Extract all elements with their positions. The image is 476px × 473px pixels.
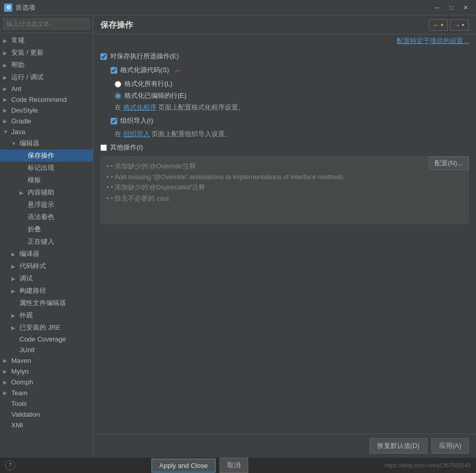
search-input[interactable] bbox=[3, 18, 90, 30]
sidebar-item-label: Team bbox=[11, 389, 28, 397]
sidebar-item-syntax-color[interactable]: 语法着色 bbox=[0, 211, 93, 223]
url-bar: https://blog.csdn.net/a1367505542 bbox=[384, 462, 471, 468]
sidebar-search-container bbox=[0, 15, 93, 33]
tree-arrow-icon: ▶ bbox=[3, 86, 11, 92]
sidebar-item-typing[interactable]: 正在键入 bbox=[0, 235, 93, 248]
sidebar-item-code-recommend[interactable]: ▶Code Recommend bbox=[0, 94, 93, 105]
format-link[interactable]: 格式化程序 bbox=[123, 103, 157, 111]
apply-button[interactable]: 应用(A) bbox=[431, 438, 469, 454]
other-actions-checkbox[interactable] bbox=[100, 144, 107, 151]
sidebar-item-gradle[interactable]: ▶Gradle bbox=[0, 116, 93, 126]
tree-arrow-icon: ▶ bbox=[3, 379, 11, 385]
all-actions-checkbox[interactable] bbox=[100, 53, 107, 60]
sidebar-item-install-update[interactable]: ▶安装 / 更新 bbox=[0, 47, 93, 59]
title-bar: ⚙ 首选项 ─ □ ✕ bbox=[0, 0, 476, 15]
sidebar-item-label: 编辑器 bbox=[19, 139, 39, 148]
sidebar-item-installed-jre[interactable]: ▶已安装的 JRE bbox=[0, 321, 93, 334]
sidebar-item-devstyle[interactable]: ▶DevStyle bbox=[0, 105, 93, 116]
sidebar-item-label: 调试 bbox=[19, 274, 33, 283]
back-arrow-icon: ← bbox=[432, 21, 440, 29]
maximize-button[interactable]: □ bbox=[445, 3, 458, 13]
configure-button[interactable]: 配置(N)... bbox=[429, 157, 468, 170]
sidebar-item-tools[interactable]: Tools bbox=[0, 398, 93, 409]
sidebar-item-team[interactable]: ▶Team bbox=[0, 388, 93, 398]
sidebar-item-label: 折叠 bbox=[28, 225, 41, 234]
organize-desc-text2: 页面上配置组织导入设置。 bbox=[152, 130, 231, 138]
sidebar-item-label: Oomph bbox=[11, 378, 33, 386]
sidebar-item-save-actions[interactable]: 保存操作 bbox=[0, 149, 93, 162]
tree-arrow-icon: ▼ bbox=[11, 141, 19, 146]
sidebar-item-label: Maven bbox=[11, 357, 31, 364]
sidebar-item-label: Tools bbox=[11, 400, 27, 407]
organize-link[interactable]: 组织导入 bbox=[123, 130, 150, 138]
sidebar-item-label: Validation bbox=[11, 411, 40, 418]
sidebar-item-appearance[interactable]: ▶外观 bbox=[0, 309, 93, 321]
sidebar-item-mark-occurrences[interactable]: 标记出现 bbox=[0, 162, 93, 174]
sidebar-item-help[interactable]: ▶帮助 bbox=[0, 59, 93, 71]
tree-arrow-icon: ▶ bbox=[3, 118, 11, 124]
sidebar-item-hover[interactable]: 悬浮提示 bbox=[0, 199, 93, 211]
sidebar-item-label: 正在键入 bbox=[28, 237, 54, 246]
action-item: • Add missing '@Override' annotations to… bbox=[106, 172, 463, 182]
sidebar-item-code-style[interactable]: ▶代码样式 bbox=[0, 260, 93, 272]
content-header: 保存操作 ← ▼ → ▼ bbox=[93, 15, 476, 34]
sidebar: ▶常规▶安装 / 更新▶帮助▶运行 / 调试▶Ant▶Code Recommen… bbox=[0, 15, 93, 458]
close-button[interactable]: ✕ bbox=[460, 3, 472, 13]
sidebar-item-content-assist[interactable]: ▶内容辅助 bbox=[0, 186, 93, 199]
project-config-row: 配置特定于项目的设置... bbox=[93, 34, 476, 48]
content-body: 对保存执行所选操作(E) 格式化源代码(S) ← 格式化所有行(L) 格式化已编… bbox=[93, 48, 476, 434]
forward-button[interactable]: → ▼ bbox=[450, 19, 469, 31]
tree-arrow-icon: ▶ bbox=[3, 107, 11, 113]
sidebar-item-compiler[interactable]: ▶编译器 bbox=[0, 248, 93, 260]
sidebar-item-properties-editor[interactable]: 属性文件编辑器 bbox=[0, 297, 93, 309]
sidebar-item-ant[interactable]: ▶Ant bbox=[0, 83, 93, 94]
sidebar-item-label: 标记出现 bbox=[28, 163, 54, 173]
sidebar-item-label: Mylyn bbox=[11, 368, 29, 375]
sidebar-item-label: 运行 / 调试 bbox=[11, 73, 44, 82]
action-item: • 添加缺少的'@Deprecated'注释 bbox=[106, 182, 463, 193]
sidebar-item-templates[interactable]: 模板 bbox=[0, 174, 93, 186]
sidebar-item-validation[interactable]: Validation bbox=[0, 409, 93, 420]
format-desc-text2: 页面上配置格式化程序设置。 bbox=[158, 103, 245, 111]
sidebar-item-debug[interactable]: ▶调试 bbox=[0, 272, 93, 285]
other-actions-label: 其他操作(I) bbox=[110, 143, 143, 152]
sidebar-item-build-path[interactable]: ▶构建路径 bbox=[0, 285, 93, 297]
sidebar-item-code-coverage[interactable]: Code Coverage bbox=[0, 334, 93, 345]
window-title: 首选项 bbox=[15, 3, 431, 12]
help-button[interactable]: ? bbox=[5, 460, 15, 470]
sidebar-item-mylyn[interactable]: ▶Mylyn bbox=[0, 366, 93, 377]
cancel-button[interactable]: 取消 bbox=[220, 458, 248, 473]
project-config-link[interactable]: 配置特定于项目的设置... bbox=[397, 37, 469, 45]
sidebar-item-xmi[interactable]: XMI bbox=[0, 420, 93, 431]
format-all-radio[interactable] bbox=[115, 81, 121, 88]
sidebar-item-java[interactable]: ▼Java bbox=[0, 126, 93, 137]
sidebar-item-label: 保存操作 bbox=[28, 151, 54, 160]
format-source-checkbox[interactable] bbox=[111, 67, 117, 74]
format-edited-radio[interactable] bbox=[115, 93, 121, 99]
organize-desc-text1: 在 bbox=[115, 130, 121, 138]
tree-arrow-icon: ▶ bbox=[11, 288, 19, 294]
sidebar-item-editor[interactable]: ▼编辑器 bbox=[0, 137, 93, 149]
header-nav: ← ▼ → ▼ bbox=[429, 19, 469, 31]
main-layout: ▶常规▶安装 / 更新▶帮助▶运行 / 调试▶Ant▶Code Recommen… bbox=[0, 15, 476, 458]
sidebar-tree: ▶常规▶安装 / 更新▶帮助▶运行 / 调试▶Ant▶Code Recommen… bbox=[0, 33, 93, 458]
organize-imports-row: 组织导入(I) bbox=[111, 116, 469, 125]
tree-arrow-icon: ▶ bbox=[3, 62, 11, 68]
tree-arrow-icon: ▶ bbox=[3, 75, 11, 80]
sidebar-item-folding[interactable]: 折叠 bbox=[0, 223, 93, 235]
apply-close-button[interactable]: Apply and Close bbox=[152, 459, 215, 472]
organize-imports-checkbox[interactable] bbox=[111, 118, 117, 124]
sidebar-item-label: XMI bbox=[11, 421, 23, 429]
format-edited-lines-row: 格式化已编辑的行(E) bbox=[115, 91, 469, 100]
sidebar-item-run-debug[interactable]: ▶运行 / 调试 bbox=[0, 71, 93, 83]
back-button[interactable]: ← ▼ bbox=[429, 19, 448, 31]
sidebar-item-junit[interactable]: JUnit bbox=[0, 345, 93, 355]
other-actions-section: 其他操作(I) • 添加缺少的'@Override'注释• Add missin… bbox=[100, 143, 469, 224]
format-all-label: 格式化所有行(L) bbox=[124, 79, 172, 89]
sidebar-item-oomph[interactable]: ▶Oomph bbox=[0, 377, 93, 388]
minimize-button[interactable]: ─ bbox=[431, 3, 443, 13]
sidebar-item-general[interactable]: ▶常规 bbox=[0, 34, 93, 47]
restore-defaults-button[interactable]: 恢复默认值(D) bbox=[370, 438, 427, 454]
sidebar-item-maven[interactable]: ▶Maven bbox=[0, 355, 93, 366]
tree-arrow-icon: ▶ bbox=[3, 38, 11, 44]
